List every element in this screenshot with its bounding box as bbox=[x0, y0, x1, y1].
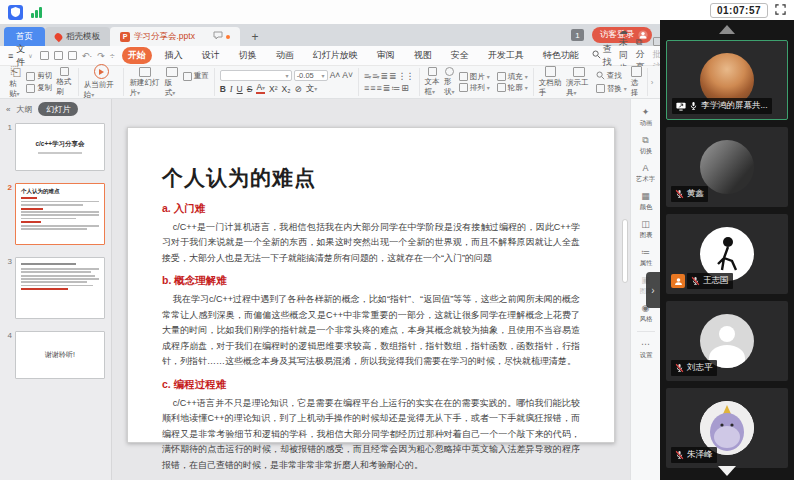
participant-tile[interactable]: 王志国 bbox=[666, 214, 788, 294]
ribbon-tab-security[interactable]: 安全 bbox=[445, 47, 475, 64]
quick-more-icon[interactable]: ÷ bbox=[110, 51, 115, 61]
new-slide-icon bbox=[139, 67, 151, 77]
undo-icon[interactable]: ↶· bbox=[82, 51, 93, 61]
ribbon-tab-transition[interactable]: 切换 bbox=[233, 47, 263, 64]
ribbon-tab-animation[interactable]: 动画 bbox=[270, 47, 300, 64]
play-from-current-button[interactable]: 从当前开始▾ bbox=[84, 64, 119, 100]
subscript-button[interactable]: X₂ bbox=[282, 84, 291, 94]
slides-tab[interactable]: 幻灯片 bbox=[38, 102, 78, 116]
screen: 首页 稻壳模板 P 学习分享会.pptx + 1 访客登录 bbox=[0, 0, 794, 480]
ribbon-tab-devtools[interactable]: 开发工具 bbox=[482, 47, 530, 64]
panel-collapse-icon[interactable]: « bbox=[6, 105, 10, 114]
highlight-button[interactable]: 文▾ bbox=[306, 83, 318, 95]
toolbar-expander[interactable]: › bbox=[647, 68, 656, 96]
comment-bubble-icon[interactable] bbox=[213, 31, 223, 42]
fullscreen-icon[interactable] bbox=[775, 4, 786, 17]
italic-button[interactable]: I bbox=[230, 84, 233, 94]
ribbon-tab-view[interactable]: 视图 bbox=[408, 47, 438, 64]
increase-font-icon[interactable]: A˄ bbox=[330, 70, 341, 80]
ribbon-tab-insert[interactable]: 插入 bbox=[159, 47, 189, 64]
bold-button[interactable]: B bbox=[220, 84, 226, 94]
slide-card[interactable]: 个人认为的难点 a. 入门难 c/C++是一门计算机语言，我相信包括我在内大部分… bbox=[127, 127, 615, 443]
present-tools-button[interactable]: 演示工具▾ bbox=[566, 67, 592, 98]
tab-docer-templates[interactable]: 稻壳模板 bbox=[45, 27, 110, 46]
slide-thumbnail-2-selected[interactable]: 个人认为的难点 bbox=[15, 183, 105, 245]
ribbon-tab-slideshow[interactable]: 幻灯片放映 bbox=[307, 47, 364, 64]
participant-tile[interactable]: 黄鑫 bbox=[666, 127, 788, 207]
outdent-icon[interactable]: ≣ bbox=[380, 71, 387, 81]
replace-button[interactable]: 替换▾ bbox=[596, 84, 627, 94]
meeting-panel-collapse-handle[interactable]: › bbox=[646, 272, 660, 308]
rail-chart-button[interactable]: ◫图表 bbox=[639, 219, 653, 240]
redo-icon[interactable]: ↷ bbox=[97, 51, 105, 61]
align-right-icon[interactable]: ≡ bbox=[376, 83, 380, 93]
stats-bars-icon[interactable] bbox=[31, 6, 42, 18]
line-spacing-icon[interactable]: ≔ bbox=[391, 83, 399, 93]
canvas-scrollbar[interactable] bbox=[622, 219, 628, 369]
ribbon-tab-design[interactable]: 设计 bbox=[196, 47, 226, 64]
fill-button[interactable]: 填充▾ bbox=[497, 72, 528, 82]
outline-shape-button[interactable]: 轮廓▾ bbox=[497, 83, 528, 93]
text-direction-icon[interactable]: ⋮⋮ bbox=[398, 71, 414, 81]
participant-tile-sharing[interactable]: 李学鸿的屏幕共... bbox=[666, 40, 788, 120]
rail-transition-button[interactable]: ⧉切换 bbox=[639, 135, 653, 156]
paste-button[interactable]: ⎗ 粘贴▾ bbox=[9, 65, 22, 99]
ribbon-tab-home[interactable]: 开始 bbox=[122, 47, 152, 64]
strikethrough-button[interactable]: S bbox=[247, 84, 253, 94]
participant-tile[interactable]: 刘志平 bbox=[666, 301, 788, 381]
font-size-input[interactable]: -0.05▾ bbox=[294, 70, 328, 81]
text-box-button[interactable]: 文本框▾ bbox=[425, 67, 440, 97]
security-shield-icon[interactable] bbox=[8, 5, 23, 20]
preview-icon[interactable] bbox=[68, 51, 77, 60]
tab-document[interactable]: P 学习分享会.pptx bbox=[110, 27, 240, 46]
cut-button[interactable]: 剪切 bbox=[26, 71, 52, 81]
align-center-icon[interactable]: ≡ bbox=[370, 83, 374, 93]
format-painter-button[interactable]: 格式刷 bbox=[56, 67, 73, 97]
shape-icon bbox=[445, 67, 454, 76]
font-name-input[interactable]: ▾ bbox=[220, 70, 292, 81]
rail-settings-button[interactable]: ⋯设置 bbox=[639, 339, 653, 360]
notification-badge[interactable]: 1 bbox=[571, 29, 584, 41]
layout-button[interactable]: 版式▾ bbox=[165, 67, 179, 98]
slide-thumbnail-4[interactable]: 谢谢聆听! bbox=[15, 331, 105, 379]
participant-tile[interactable]: 朱泽峰 bbox=[666, 388, 788, 468]
print-icon[interactable] bbox=[54, 51, 63, 60]
ribbon-search-button[interactable]: 查找 bbox=[592, 43, 612, 69]
doc-assistant-button[interactable]: 文档助手 bbox=[539, 66, 562, 98]
bullets-icon[interactable]: ≡▾ bbox=[364, 71, 370, 81]
slide-canvas[interactable]: 个人认为的难点 a. 入门难 c/C++是一门计算机语言，我相信包括我在内大部分… bbox=[112, 99, 630, 480]
align-left-icon[interactable]: ≡ bbox=[364, 83, 368, 93]
shape-button[interactable]: 形状▾ bbox=[444, 67, 455, 97]
chart-icon: ◫ bbox=[641, 219, 650, 229]
copy-button[interactable]: 复制 bbox=[26, 83, 52, 93]
ribbon-tab-features[interactable]: 特色功能 bbox=[537, 47, 585, 64]
save-icon[interactable] bbox=[40, 51, 49, 60]
picture-button[interactable]: 图片▾ bbox=[459, 72, 490, 82]
ribbon-tab-review[interactable]: 审阅 bbox=[371, 47, 401, 64]
font-color-button[interactable]: A▾ bbox=[256, 83, 265, 94]
justify-icon[interactable]: ≣ bbox=[383, 83, 390, 93]
find-button[interactable]: 查找 bbox=[596, 71, 627, 82]
slide-thumbnail-1[interactable]: c/c++学习分享会 bbox=[15, 123, 105, 171]
superscript-button[interactable]: X² bbox=[269, 84, 278, 94]
slide-thumbnail-3[interactable] bbox=[15, 257, 105, 319]
thumbnail-list: 1 c/c++学习分享会 2 个人认为的难点 bbox=[0, 119, 111, 480]
select-button[interactable]: 选择 bbox=[631, 66, 643, 98]
rail-color-button[interactable]: ▦颜色 bbox=[639, 191, 653, 212]
underline-button[interactable]: U bbox=[237, 84, 243, 94]
rail-properties-button[interactable]: ≔属性 bbox=[639, 247, 653, 268]
numbering-icon[interactable]: ≡▾ bbox=[372, 71, 378, 81]
indent-icon[interactable]: ≣ bbox=[389, 71, 396, 81]
rail-animation-button[interactable]: ✦动画 bbox=[639, 107, 653, 128]
decrease-font-icon[interactable]: A˅ bbox=[342, 70, 353, 80]
clear-format-icon[interactable]: ⊘ bbox=[295, 84, 302, 94]
new-slide-button[interactable]: 新建幻灯片▾ bbox=[129, 67, 160, 98]
columns-icon[interactable]: ⊞ bbox=[401, 83, 408, 93]
scroll-down-arrow[interactable] bbox=[718, 466, 736, 476]
reset-button[interactable]: 重置 bbox=[183, 71, 209, 81]
rail-wordart-button[interactable]: A艺术字 bbox=[635, 163, 656, 184]
new-tab-button[interactable]: + bbox=[246, 28, 264, 46]
arrange-button[interactable]: 排列▾ bbox=[459, 83, 490, 93]
scroll-up-arrow[interactable] bbox=[719, 25, 735, 34]
outline-tab[interactable]: 大纲 bbox=[16, 104, 32, 115]
